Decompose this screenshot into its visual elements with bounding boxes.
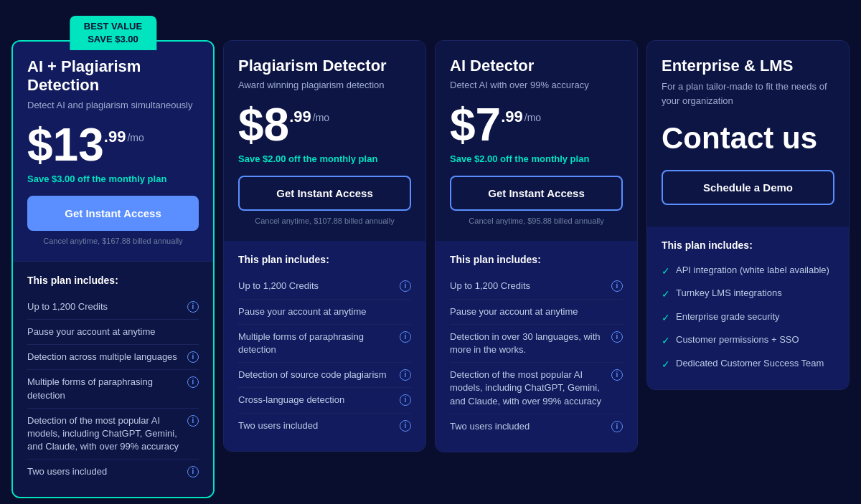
includes-title: This plan includes:	[238, 254, 411, 265]
info-icon[interactable]: i	[611, 280, 623, 292]
feature-paraphrasing: Multiple forms of paraphrasing detection…	[27, 370, 199, 408]
feature-text: Cross-language detection	[238, 394, 400, 406]
price-main: $13	[27, 122, 104, 168]
plan-card-ai-detector: AI Detector Detect AI with over 99% accu…	[435, 40, 638, 452]
feature-credits: Up to 1,200 Credits i	[450, 274, 623, 299]
feature-pause: Pause your account at anytime	[450, 300, 623, 325]
enterprise-subtitle: For a plan tailor-made to fit the needs …	[662, 80, 834, 108]
info-icon[interactable]: i	[400, 280, 411, 292]
info-icon[interactable]: i	[400, 331, 411, 343]
info-icon[interactable]: i	[400, 369, 411, 381]
plan-card-plagiarism: Plagiarism Detector Award winning plagia…	[223, 40, 426, 452]
info-icon[interactable]: i	[611, 331, 623, 343]
price-main: $8	[238, 102, 289, 148]
feature-text: Detection of source code plagiarism	[238, 369, 400, 381]
feature-text: Multiple forms of paraphrasing detection	[27, 376, 187, 401]
check-icon: ✓	[662, 265, 670, 279]
price-row: $13 .99 /mo	[27, 122, 199, 168]
info-icon[interactable]: i	[187, 301, 199, 313]
get-instant-access-button-featured[interactable]: Get Instant Access	[27, 196, 199, 231]
feature-text: Up to 1,200 Credits	[27, 300, 187, 313]
includes-title: This plan includes:	[450, 254, 623, 265]
check-feature-text: Customer permissions + SSO	[676, 333, 799, 346]
price-period: /mo	[524, 112, 541, 123]
check-feature-api: ✓ API integration (white label available…	[662, 260, 834, 283]
check-feature-text: API integration (white label available)	[676, 264, 829, 277]
price-cents: .99	[104, 128, 126, 146]
save-text: Save $3.00 off the monthly plan	[27, 173, 199, 184]
plan-card-enterprise: Enterprise & LMS For a plan tailor-made …	[646, 40, 850, 390]
enterprise-card-wrapper: Enterprise & LMS For a plan tailor-made …	[647, 41, 849, 227]
feature-text: Detection across multiple languages	[27, 351, 187, 363]
card-top-plagiarism: Plagiarism Detector Award winning plagia…	[224, 41, 425, 241]
feature-users: Two users included i	[450, 414, 623, 439]
includes-title: This plan includes:	[27, 275, 199, 286]
check-feature-text: Turnkey LMS integrations	[676, 287, 782, 300]
feature-pause: Pause your account at anytime	[238, 300, 411, 325]
plan-name: AI Detector	[450, 57, 623, 75]
get-instant-access-button-plagiarism[interactable]: Get Instant Access	[238, 176, 411, 211]
plan-subtitle: Detect AI with over 99% accuracy	[450, 80, 623, 90]
feature-paraphrasing: Multiple forms of paraphrasing detection…	[238, 325, 411, 363]
save-text: Save $2.00 off the monthly plan	[450, 153, 623, 164]
best-value-badge: BEST VALUE SAVE $3.00	[70, 16, 156, 50]
cancel-text: Cancel anytime, $107.88 billed annually	[238, 217, 411, 225]
info-icon[interactable]: i	[400, 420, 411, 432]
feature-text: Detection of the most popular AI models,…	[450, 369, 611, 408]
feature-source-code: Detection of source code plagiarism i	[238, 363, 411, 388]
feature-30-languages: Detection in over 30 languages, with mor…	[450, 325, 623, 363]
feature-pause: Pause your account at anytime	[27, 320, 199, 345]
card-top-ai: AI Detector Detect AI with over 99% accu…	[436, 41, 637, 241]
check-icon: ✓	[662, 358, 670, 372]
check-feature-lms: ✓ Turnkey LMS integrations	[662, 282, 834, 306]
feature-text: Pause your account at anytime	[238, 305, 411, 318]
plan-subtitle: Award winning plagiarism detection	[238, 80, 411, 90]
includes-title: This plan includes:	[662, 239, 834, 251]
feature-text: Up to 1,200 Credits	[238, 280, 400, 293]
feature-users: Two users included i	[27, 460, 199, 484]
price-period: /mo	[127, 132, 144, 143]
info-icon[interactable]: i	[187, 351, 199, 363]
plan-name: AI + Plagiarism Detection	[27, 57, 199, 95]
check-icon: ✓	[662, 311, 670, 325]
feature-text: Two users included	[238, 419, 400, 432]
plan-name: Plagiarism Detector	[238, 57, 411, 75]
schedule-demo-button[interactable]: Schedule a Demo	[662, 170, 834, 205]
card-top-featured: AI + Plagiarism Detection Detect AI and …	[13, 42, 213, 261]
info-icon[interactable]: i	[400, 394, 411, 406]
cancel-text: Cancel anytime, $167.88 billed annually	[27, 237, 199, 245]
feature-text: Up to 1,200 Credits	[450, 280, 611, 293]
price-row: $8 .99 /mo	[238, 102, 411, 148]
save-text: Save $2.00 off the monthly plan	[238, 153, 411, 164]
check-feature-success-team: ✓ Dedicated Customer Success Team	[662, 353, 834, 376]
cancel-text: Cancel anytime, $95.88 billed annually	[450, 217, 623, 225]
card-bottom-plagiarism: This plan includes: Up to 1,200 Credits …	[224, 241, 425, 450]
card-bottom-ai: This plan includes: Up to 1,200 Credits …	[436, 241, 637, 452]
pricing-grid: BEST VALUE SAVE $3.00 AI + Plagiarism De…	[11, 11, 850, 498]
price-row: $7 .99 /mo	[450, 102, 623, 148]
feature-users: Two users included i	[238, 414, 411, 438]
feature-ai-models: Detection of the most popular AI models,…	[450, 363, 623, 414]
card-bottom-featured: This plan includes: Up to 1,200 Credits …	[13, 261, 213, 498]
price-cents: .99	[501, 108, 523, 126]
check-feature-security: ✓ Enterprise grade security	[662, 306, 834, 330]
info-icon[interactable]: i	[187, 466, 199, 477]
check-icon: ✓	[662, 334, 670, 348]
check-feature-text: Dedicated Customer Success Team	[676, 357, 824, 370]
info-icon[interactable]: i	[611, 421, 623, 432]
price-main: $7	[450, 102, 501, 148]
info-icon[interactable]: i	[187, 415, 199, 427]
feature-text: Pause your account at anytime	[450, 305, 623, 318]
feature-credits: Up to 1,200 Credits i	[27, 295, 199, 320]
price-cents: .99	[289, 108, 311, 126]
check-feature-sso: ✓ Customer permissions + SSO	[662, 329, 834, 353]
plan-subtitle: Detect AI and plagiarism simultaneously	[27, 100, 199, 110]
feature-credits: Up to 1,200 Credits i	[238, 274, 411, 299]
enterprise-contact-label: Contact us	[662, 122, 834, 155]
info-icon[interactable]: i	[611, 369, 623, 381]
feature-text: Two users included	[450, 420, 611, 433]
get-instant-access-button-ai[interactable]: Get Instant Access	[450, 176, 623, 211]
feature-text: Multiple forms of paraphrasing detection	[238, 331, 400, 356]
info-icon[interactable]: i	[187, 376, 199, 388]
plan-name: Enterprise & LMS	[662, 57, 834, 75]
